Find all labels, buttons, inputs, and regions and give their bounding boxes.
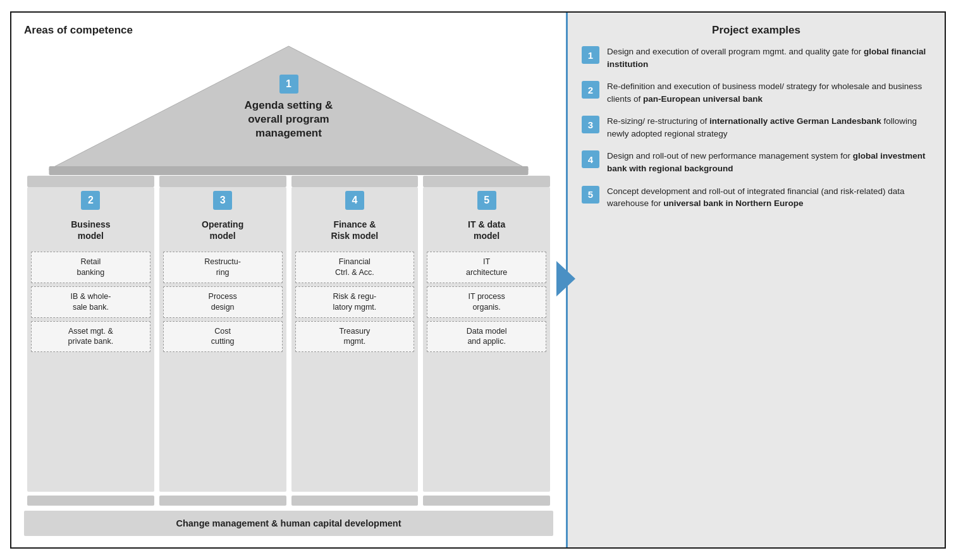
badge-3: 3 [213,191,232,210]
col-item-5-3: Data modeland applic. [427,321,546,353]
left-title: Areas of competence [24,24,553,37]
col-title-4: Finance &Risk model [295,219,415,247]
col-title-2: Businessmodel [31,219,150,247]
col-badge-row-4: 4 [295,191,415,215]
project-text-5: Concept development and roll-out of inte… [607,185,931,210]
arrow-divider [555,260,580,300]
col-title-3: Operatingmodel [163,219,283,247]
col-item-4-2: Risk & regu-latory mgmt. [295,286,415,318]
badge-5: 5 [477,191,496,210]
roof-container: 1 Agenda setting &overall programmanagem… [43,43,534,176]
project-text-1: Design and execution of overall program … [607,46,931,70]
project-badge-4: 4 [582,150,599,168]
project-item-1: 1 Design and execution of overall progra… [582,46,931,70]
bottom-bar-4 [423,496,550,506]
col-item-2-2: IB & whole-sale bank. [31,286,150,318]
col-header-bar-2 [159,176,286,187]
col-item-3-1: Restructu-ring [163,252,283,283]
col-title-5: IT & datamodel [427,219,546,247]
project-item-2: 2 Re-definition and execution of busines… [582,80,931,105]
project-badge-3: 3 [582,116,599,133]
col-badge-row-3: 3 [163,191,283,215]
right-panel: Project examples 1 Design and execution … [568,13,945,547]
roof-content: 1 Agenda setting &overall programmanagem… [43,75,534,140]
bottom-bar-1 [27,496,154,506]
col-item-4-3: Treasurymgmt. [295,321,415,353]
columns-header-row [24,176,553,187]
col-header-bar-3 [291,176,419,187]
svg-marker-2 [556,261,575,296]
col-item-4-1: FinancialCtrl. & Acc. [295,252,415,283]
column-business-model: 2 Businessmodel Retailbanking IB & whole… [27,187,154,492]
project-badge-1: 1 [582,46,599,64]
badge-4: 4 [345,191,364,210]
col-header-bar-1 [27,176,154,187]
column-finance-risk: 4 Finance &Risk model FinancialCtrl. & A… [291,187,419,492]
col-item-2-3: Asset mgt. &private bank. [31,321,150,353]
col-item-5-2: IT processorganis. [427,286,546,318]
col-item-3-3: Costcutting [163,321,283,353]
project-badge-5: 5 [582,186,599,204]
bottom-bar-3 [291,496,419,506]
roof-badge: 1 [279,75,298,94]
project-text-3: Re-sizing/ re-structuring of internation… [607,115,931,140]
svg-rect-1 [49,166,528,175]
roof-label: Agenda setting &overall programmanagemen… [245,99,333,140]
temple-area: 1 Agenda setting &overall programmanagem… [24,43,553,536]
col-badge-row-2: 2 [31,191,150,215]
change-mgmt-bar: Change management & human capital develo… [24,511,553,536]
main-container: Areas of competence 1 Agenda setting &ov… [10,11,946,549]
right-title: Project examples [582,24,931,37]
columns-area: 2 Businessmodel Retailbanking IB & whole… [24,187,553,492]
col-badge-row-5: 5 [427,191,546,215]
badge-2: 2 [81,191,100,210]
bottom-bars-row [24,496,553,506]
col-item-2-1: Retailbanking [31,252,150,283]
column-operating-model: 3 Operatingmodel Restructu-ring Processd… [159,187,286,492]
left-panel: Areas of competence 1 Agenda setting &ov… [11,13,568,547]
project-item-4: 4 Design and roll-out of new performance… [582,150,931,174]
col-item-5-1: ITarchitecture [427,252,546,283]
col-item-3-2: Processdesign [163,286,283,318]
col-header-bar-4 [423,176,550,187]
project-item-5: 5 Concept development and roll-out of in… [582,185,931,210]
project-text-2: Re-definition and execution of business … [607,80,931,105]
bottom-bar-2 [159,496,286,506]
project-text-4: Design and roll-out of new performance m… [607,150,931,174]
project-badge-2: 2 [582,81,599,99]
column-it-data: 5 IT & datamodel ITarchitecture IT proce… [423,187,550,492]
project-item-3: 3 Re-sizing/ re-structuring of internati… [582,115,931,140]
